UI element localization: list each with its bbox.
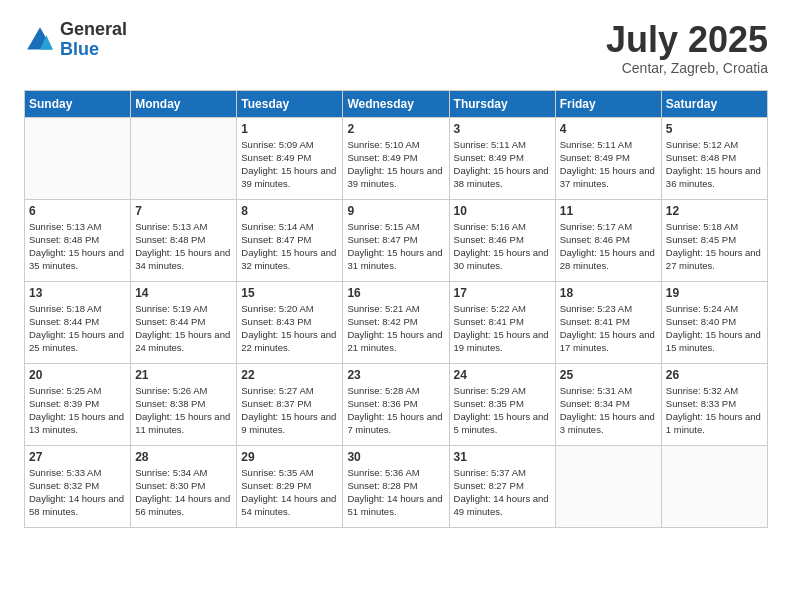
day-number: 15 bbox=[241, 286, 338, 300]
day-cell: 20Sunrise: 5:25 AM Sunset: 8:39 PM Dayli… bbox=[25, 363, 131, 445]
day-cell: 26Sunrise: 5:32 AM Sunset: 8:33 PM Dayli… bbox=[661, 363, 767, 445]
day-info: Sunrise: 5:12 AM Sunset: 8:48 PM Dayligh… bbox=[666, 138, 763, 191]
day-cell: 10Sunrise: 5:16 AM Sunset: 8:46 PM Dayli… bbox=[449, 199, 555, 281]
day-cell: 21Sunrise: 5:26 AM Sunset: 8:38 PM Dayli… bbox=[131, 363, 237, 445]
day-cell: 17Sunrise: 5:22 AM Sunset: 8:41 PM Dayli… bbox=[449, 281, 555, 363]
day-cell: 13Sunrise: 5:18 AM Sunset: 8:44 PM Dayli… bbox=[25, 281, 131, 363]
header-row: SundayMondayTuesdayWednesdayThursdayFrid… bbox=[25, 90, 768, 117]
day-number: 17 bbox=[454, 286, 551, 300]
day-info: Sunrise: 5:17 AM Sunset: 8:46 PM Dayligh… bbox=[560, 220, 657, 273]
day-cell: 7Sunrise: 5:13 AM Sunset: 8:48 PM Daylig… bbox=[131, 199, 237, 281]
day-info: Sunrise: 5:16 AM Sunset: 8:46 PM Dayligh… bbox=[454, 220, 551, 273]
day-cell: 31Sunrise: 5:37 AM Sunset: 8:27 PM Dayli… bbox=[449, 445, 555, 527]
day-cell bbox=[131, 117, 237, 199]
day-cell: 14Sunrise: 5:19 AM Sunset: 8:44 PM Dayli… bbox=[131, 281, 237, 363]
day-number: 14 bbox=[135, 286, 232, 300]
day-cell: 2Sunrise: 5:10 AM Sunset: 8:49 PM Daylig… bbox=[343, 117, 449, 199]
calendar-table: SundayMondayTuesdayWednesdayThursdayFrid… bbox=[24, 90, 768, 528]
day-cell bbox=[25, 117, 131, 199]
week-row-5: 27Sunrise: 5:33 AM Sunset: 8:32 PM Dayli… bbox=[25, 445, 768, 527]
day-number: 7 bbox=[135, 204, 232, 218]
day-info: Sunrise: 5:25 AM Sunset: 8:39 PM Dayligh… bbox=[29, 384, 126, 437]
day-number: 13 bbox=[29, 286, 126, 300]
day-number: 18 bbox=[560, 286, 657, 300]
title-block: July 2025 Centar, Zagreb, Croatia bbox=[606, 20, 768, 76]
col-header-saturday: Saturday bbox=[661, 90, 767, 117]
day-info: Sunrise: 5:31 AM Sunset: 8:34 PM Dayligh… bbox=[560, 384, 657, 437]
day-info: Sunrise: 5:35 AM Sunset: 8:29 PM Dayligh… bbox=[241, 466, 338, 519]
day-number: 2 bbox=[347, 122, 444, 136]
day-number: 10 bbox=[454, 204, 551, 218]
day-info: Sunrise: 5:33 AM Sunset: 8:32 PM Dayligh… bbox=[29, 466, 126, 519]
day-number: 28 bbox=[135, 450, 232, 464]
day-number: 24 bbox=[454, 368, 551, 382]
day-number: 5 bbox=[666, 122, 763, 136]
day-number: 16 bbox=[347, 286, 444, 300]
day-number: 20 bbox=[29, 368, 126, 382]
day-info: Sunrise: 5:22 AM Sunset: 8:41 PM Dayligh… bbox=[454, 302, 551, 355]
day-info: Sunrise: 5:32 AM Sunset: 8:33 PM Dayligh… bbox=[666, 384, 763, 437]
day-info: Sunrise: 5:27 AM Sunset: 8:37 PM Dayligh… bbox=[241, 384, 338, 437]
day-info: Sunrise: 5:19 AM Sunset: 8:44 PM Dayligh… bbox=[135, 302, 232, 355]
col-header-sunday: Sunday bbox=[25, 90, 131, 117]
day-cell: 22Sunrise: 5:27 AM Sunset: 8:37 PM Dayli… bbox=[237, 363, 343, 445]
day-cell: 29Sunrise: 5:35 AM Sunset: 8:29 PM Dayli… bbox=[237, 445, 343, 527]
day-info: Sunrise: 5:14 AM Sunset: 8:47 PM Dayligh… bbox=[241, 220, 338, 273]
day-number: 29 bbox=[241, 450, 338, 464]
week-row-4: 20Sunrise: 5:25 AM Sunset: 8:39 PM Dayli… bbox=[25, 363, 768, 445]
day-number: 1 bbox=[241, 122, 338, 136]
day-info: Sunrise: 5:21 AM Sunset: 8:42 PM Dayligh… bbox=[347, 302, 444, 355]
day-cell: 27Sunrise: 5:33 AM Sunset: 8:32 PM Dayli… bbox=[25, 445, 131, 527]
day-number: 30 bbox=[347, 450, 444, 464]
logo-blue-text: Blue bbox=[60, 40, 127, 60]
day-cell: 12Sunrise: 5:18 AM Sunset: 8:45 PM Dayli… bbox=[661, 199, 767, 281]
day-info: Sunrise: 5:11 AM Sunset: 8:49 PM Dayligh… bbox=[454, 138, 551, 191]
day-info: Sunrise: 5:18 AM Sunset: 8:44 PM Dayligh… bbox=[29, 302, 126, 355]
day-cell: 28Sunrise: 5:34 AM Sunset: 8:30 PM Dayli… bbox=[131, 445, 237, 527]
day-cell: 5Sunrise: 5:12 AM Sunset: 8:48 PM Daylig… bbox=[661, 117, 767, 199]
day-number: 4 bbox=[560, 122, 657, 136]
day-info: Sunrise: 5:10 AM Sunset: 8:49 PM Dayligh… bbox=[347, 138, 444, 191]
day-info: Sunrise: 5:36 AM Sunset: 8:28 PM Dayligh… bbox=[347, 466, 444, 519]
day-cell: 16Sunrise: 5:21 AM Sunset: 8:42 PM Dayli… bbox=[343, 281, 449, 363]
day-info: Sunrise: 5:37 AM Sunset: 8:27 PM Dayligh… bbox=[454, 466, 551, 519]
day-info: Sunrise: 5:20 AM Sunset: 8:43 PM Dayligh… bbox=[241, 302, 338, 355]
day-cell: 8Sunrise: 5:14 AM Sunset: 8:47 PM Daylig… bbox=[237, 199, 343, 281]
day-cell: 23Sunrise: 5:28 AM Sunset: 8:36 PM Dayli… bbox=[343, 363, 449, 445]
week-row-3: 13Sunrise: 5:18 AM Sunset: 8:44 PM Dayli… bbox=[25, 281, 768, 363]
day-cell: 9Sunrise: 5:15 AM Sunset: 8:47 PM Daylig… bbox=[343, 199, 449, 281]
col-header-wednesday: Wednesday bbox=[343, 90, 449, 117]
day-info: Sunrise: 5:34 AM Sunset: 8:30 PM Dayligh… bbox=[135, 466, 232, 519]
day-number: 26 bbox=[666, 368, 763, 382]
logo-icon bbox=[24, 24, 56, 56]
day-info: Sunrise: 5:23 AM Sunset: 8:41 PM Dayligh… bbox=[560, 302, 657, 355]
logo-general-text: General bbox=[60, 20, 127, 40]
day-number: 8 bbox=[241, 204, 338, 218]
day-cell: 24Sunrise: 5:29 AM Sunset: 8:35 PM Dayli… bbox=[449, 363, 555, 445]
day-cell: 15Sunrise: 5:20 AM Sunset: 8:43 PM Dayli… bbox=[237, 281, 343, 363]
day-info: Sunrise: 5:15 AM Sunset: 8:47 PM Dayligh… bbox=[347, 220, 444, 273]
day-number: 12 bbox=[666, 204, 763, 218]
day-number: 22 bbox=[241, 368, 338, 382]
col-header-tuesday: Tuesday bbox=[237, 90, 343, 117]
header: General Blue July 2025 Centar, Zagreb, C… bbox=[24, 20, 768, 76]
day-info: Sunrise: 5:11 AM Sunset: 8:49 PM Dayligh… bbox=[560, 138, 657, 191]
col-header-friday: Friday bbox=[555, 90, 661, 117]
week-row-2: 6Sunrise: 5:13 AM Sunset: 8:48 PM Daylig… bbox=[25, 199, 768, 281]
day-info: Sunrise: 5:09 AM Sunset: 8:49 PM Dayligh… bbox=[241, 138, 338, 191]
day-cell: 11Sunrise: 5:17 AM Sunset: 8:46 PM Dayli… bbox=[555, 199, 661, 281]
day-number: 9 bbox=[347, 204, 444, 218]
day-cell: 1Sunrise: 5:09 AM Sunset: 8:49 PM Daylig… bbox=[237, 117, 343, 199]
day-cell: 19Sunrise: 5:24 AM Sunset: 8:40 PM Dayli… bbox=[661, 281, 767, 363]
day-cell: 30Sunrise: 5:36 AM Sunset: 8:28 PM Dayli… bbox=[343, 445, 449, 527]
col-header-thursday: Thursday bbox=[449, 90, 555, 117]
location: Centar, Zagreb, Croatia bbox=[606, 60, 768, 76]
month-title: July 2025 bbox=[606, 20, 768, 60]
day-number: 6 bbox=[29, 204, 126, 218]
day-info: Sunrise: 5:28 AM Sunset: 8:36 PM Dayligh… bbox=[347, 384, 444, 437]
day-cell: 25Sunrise: 5:31 AM Sunset: 8:34 PM Dayli… bbox=[555, 363, 661, 445]
day-info: Sunrise: 5:18 AM Sunset: 8:45 PM Dayligh… bbox=[666, 220, 763, 273]
logo: General Blue bbox=[24, 20, 127, 60]
day-number: 25 bbox=[560, 368, 657, 382]
day-cell: 18Sunrise: 5:23 AM Sunset: 8:41 PM Dayli… bbox=[555, 281, 661, 363]
